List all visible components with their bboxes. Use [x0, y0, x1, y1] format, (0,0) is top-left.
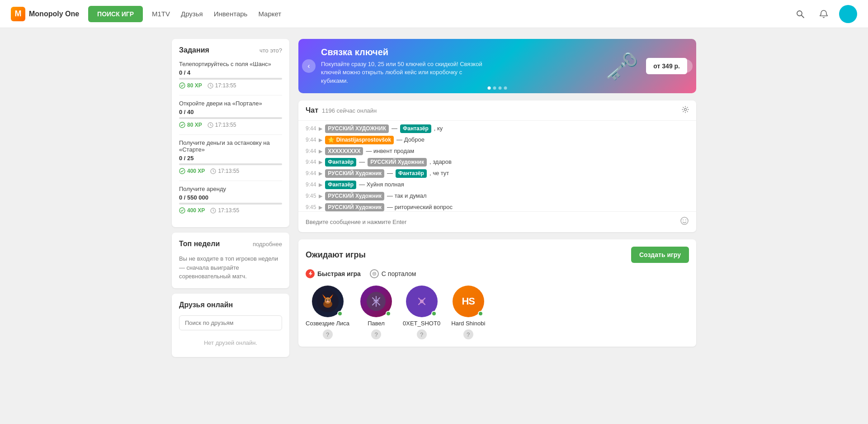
- banner-dot-1[interactable]: [488, 86, 491, 90]
- task-name: Получите аренду: [179, 186, 282, 192]
- tab-fast-game-label: Быстрая игра: [317, 270, 361, 277]
- svg-point-19: [681, 217, 688, 224]
- chat-message: 9:45 ▶ РУССКИЙ Художник — риторический в…: [306, 203, 689, 211]
- nav-inventory[interactable]: Инвентарь: [214, 10, 248, 18]
- chat-sender[interactable]: XXXXXXXXX: [325, 147, 363, 156]
- waiting-games-card: Ожидают игры Создать игру Быстрая игра: [298, 239, 696, 347]
- svg-line-17: [213, 210, 215, 211]
- svg-point-27: [326, 300, 327, 301]
- task-divider: [179, 95, 282, 95]
- search-games-button[interactable]: ПОИСК ИГР: [88, 6, 143, 22]
- nav-friends[interactable]: Друзья: [181, 10, 203, 18]
- task-meta: 80 XP 17:13:55: [179, 122, 282, 128]
- player-avatar-wrap: [360, 286, 392, 317]
- banner-icon: 🗝️: [605, 50, 639, 82]
- svg-point-28: [328, 300, 330, 301]
- task-item: Откройте двери на «Портале» 0 / 40 80 XP…: [179, 100, 282, 128]
- banner-prev-button[interactable]: ‹: [302, 59, 316, 73]
- chat-sender[interactable]: РУССКИЙ Художник: [325, 192, 384, 200]
- left-column: Задания что это? Телепортируйтесь с поля…: [172, 39, 289, 357]
- top-week-details-link[interactable]: подробнее: [253, 241, 282, 248]
- friends-search-input[interactable]: [179, 315, 282, 330]
- chat-time: 9:45: [306, 192, 316, 200]
- chat-sender[interactable]: РУССКИЙ Художник: [325, 169, 384, 178]
- chat-time: 9:45: [306, 204, 316, 211]
- progress-bar-bg: [179, 117, 282, 119]
- search-icon: [796, 10, 805, 19]
- task-xp-item: 400 XP: [179, 207, 205, 214]
- navbar-right: [792, 5, 857, 23]
- chat-input[interactable]: [306, 219, 676, 225]
- chat-sender[interactable]: ⭐ Dinastijasprostovšok: [325, 136, 394, 144]
- banner-dot-2[interactable]: [493, 86, 496, 90]
- chat-message: 9:44 ▶ Фантазёр — РУССКИЙ Художник , зда…: [306, 158, 689, 167]
- chat-sender[interactable]: Фантазёр: [325, 181, 356, 189]
- svg-line-13: [213, 171, 215, 172]
- player-question-button[interactable]: ?: [323, 329, 333, 339]
- game-player: Павел ?: [360, 286, 392, 339]
- settings-icon: [682, 106, 689, 113]
- search-button[interactable]: [792, 6, 808, 22]
- banner-content: Связка ключей Покупайте сразу 10, 25 или…: [307, 47, 598, 85]
- banner-description: Покупайте сразу 10, 25 или 50 ключей со …: [321, 60, 484, 85]
- task-time-item: 17:13:55: [208, 82, 236, 89]
- player-question-button[interactable]: ?: [463, 329, 473, 339]
- friends-online-card: Друзья онлайн Нет друзей онлайн.: [172, 294, 289, 357]
- nav-m1tv[interactable]: M1TV: [152, 10, 170, 18]
- svg-point-2: [179, 83, 185, 88]
- chat-sender[interactable]: РУССКИЙ Художник: [325, 203, 384, 211]
- svg-point-10: [179, 168, 185, 174]
- notifications-button[interactable]: [816, 6, 832, 22]
- player-question-button[interactable]: ?: [417, 329, 427, 339]
- app-name: Monopoly One: [29, 10, 79, 18]
- tasks-what-link[interactable]: что это?: [259, 47, 282, 54]
- svg-point-26: [325, 297, 331, 304]
- user-avatar[interactable]: [839, 5, 857, 23]
- friends-online-header: Друзья онлайн: [179, 301, 282, 309]
- task-meta: 400 XP 17:13:55: [179, 207, 282, 214]
- chat-emoji-button[interactable]: [680, 216, 689, 228]
- tasks-card: Задания что это? Телепортируйтесь с поля…: [172, 39, 289, 227]
- chat-recipient[interactable]: Фантазёр: [400, 124, 431, 133]
- chat-header: Чат 1196 сейчас онлайн: [298, 100, 696, 121]
- task-item: Получите аренду 0 / 550 000 400 XP 17:13…: [179, 186, 282, 214]
- clock-icon: [208, 83, 213, 89]
- player-name: Hard Shinobi: [451, 320, 485, 327]
- banner-dot-4[interactable]: [504, 86, 507, 90]
- svg-point-23: [373, 273, 375, 275]
- nav-links: M1TV Друзья Инвентарь Маркет: [152, 10, 783, 18]
- task-name: Откройте двери на «Портале»: [179, 100, 282, 107]
- chat-settings-button[interactable]: [682, 106, 689, 115]
- task-xp-value: 80 XP: [187, 122, 202, 128]
- task-divider: [179, 134, 282, 135]
- task-item: Получите деньги за остановку на «Старте»…: [179, 139, 282, 174]
- chat-sender[interactable]: Фантазёр: [325, 158, 356, 167]
- logo[interactable]: M Monopoly One: [11, 7, 79, 21]
- tab-fast-game[interactable]: Быстрая игра: [306, 269, 361, 278]
- svg-line-5: [210, 86, 212, 86]
- banner-dots: [488, 86, 507, 90]
- banner-dot-3[interactable]: [499, 86, 502, 90]
- tab-portal-game[interactable]: С порталом: [370, 269, 416, 278]
- task-progress: 0 / 550 000: [179, 194, 282, 201]
- banner-next-button[interactable]: ›: [679, 59, 693, 73]
- chat-title: Чат: [306, 106, 318, 114]
- chat-recipient[interactable]: Фантазёр: [396, 169, 427, 178]
- portal-game-icon: [370, 269, 379, 278]
- banner-title: Связка ключей: [321, 47, 584, 57]
- task-meta: 400 XP 17:13:55: [179, 168, 282, 174]
- chat-recipient[interactable]: РУССКИЙ Художник: [368, 158, 427, 167]
- chat-sender[interactable]: РУССКИЙ ХУДОЖНИК: [325, 124, 389, 133]
- player-online-dot: [478, 311, 483, 316]
- chat-message: 9:44 ▶ ⭐ Dinastijasprostovšok — Доброе: [306, 136, 689, 144]
- chat-message: 9:45 ▶ РУССКИЙ Художник — так и думал: [306, 192, 689, 200]
- game-type-tabs: Быстрая игра С порталом: [306, 269, 689, 278]
- nav-market[interactable]: Маркет: [258, 10, 281, 18]
- xp-check-icon: [179, 122, 185, 128]
- chat-time: 9:44: [306, 125, 316, 133]
- task-progress: 0 / 25: [179, 155, 282, 162]
- create-game-button[interactable]: Создать игру: [631, 247, 689, 263]
- chat-time: 9:44: [306, 170, 316, 177]
- player-online-dot: [431, 311, 437, 316]
- player-question-button[interactable]: ?: [371, 329, 381, 339]
